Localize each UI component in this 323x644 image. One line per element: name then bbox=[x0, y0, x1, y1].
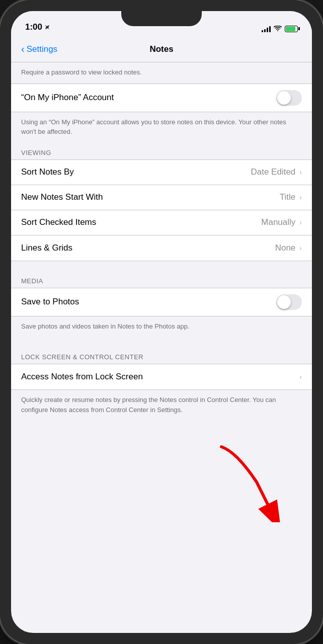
new-notes-start-with-value: Title bbox=[280, 192, 296, 202]
lines-grids-chevron: › bbox=[299, 244, 302, 252]
on-my-iphone-toggle[interactable] bbox=[276, 90, 302, 106]
on-my-iphone-label: “On My iPhone” Account bbox=[21, 93, 276, 103]
lines-grids-label: Lines & Grids bbox=[21, 243, 275, 253]
access-notes-lock-screen-label: Access Notes from Lock Screen bbox=[21, 372, 299, 382]
viewing-group: Sort Notes By Date Edited › New Notes St… bbox=[11, 159, 312, 261]
new-notes-start-with-label: New Notes Start With bbox=[21, 192, 280, 202]
media-header: MEDIA bbox=[11, 271, 312, 288]
notch bbox=[121, 11, 202, 26]
battery-fill bbox=[286, 27, 295, 31]
save-to-photos-toggle-knob bbox=[277, 295, 291, 309]
sort-checked-items-label: Sort Checked Items bbox=[21, 217, 261, 227]
save-to-photos-row: Save to Photos bbox=[11, 288, 312, 316]
access-notes-lock-screen-row[interactable]: Access Notes from Lock Screen › bbox=[11, 364, 312, 389]
viewing-header: VIEWING bbox=[11, 143, 312, 159]
battery-icon bbox=[285, 26, 298, 32]
lines-grids-row[interactable]: Lines & Grids None › bbox=[11, 235, 312, 261]
toggle-knob bbox=[277, 91, 291, 105]
back-label: Settings bbox=[27, 44, 57, 54]
status-time: 1:00 bbox=[25, 22, 50, 32]
sort-notes-by-label: Sort Notes By bbox=[21, 167, 251, 177]
access-notes-lock-screen-chevron: › bbox=[299, 373, 302, 381]
on-my-iphone-group: “On My iPhone” Account bbox=[11, 84, 312, 112]
top-description: Require a password to view locked notes. bbox=[11, 62, 312, 84]
sort-checked-items-value: Manually bbox=[261, 217, 295, 227]
new-notes-start-with-row[interactable]: New Notes Start With Title › bbox=[11, 185, 312, 210]
phone-screen: 1:00 bbox=[11, 11, 312, 633]
page-title: Notes bbox=[149, 44, 173, 54]
phone-frame: 1:00 bbox=[0, 0, 323, 644]
lock-screen-header: LOCK SCREEN & CONTROL CENTER bbox=[11, 347, 312, 364]
back-chevron-icon: ‹ bbox=[21, 44, 25, 54]
wifi-icon bbox=[274, 26, 282, 32]
on-my-iphone-row: “On My iPhone” Account bbox=[11, 84, 312, 112]
signal-bars-icon bbox=[262, 25, 271, 32]
save-to-photos-label: Save to Photos bbox=[21, 297, 276, 307]
status-icons bbox=[262, 25, 298, 32]
content-area: Require a password to view locked notes.… bbox=[11, 62, 312, 633]
time-label: 1:00 bbox=[25, 22, 42, 32]
lines-grids-value: None bbox=[275, 243, 296, 253]
nav-bar: ‹ Settings Notes bbox=[11, 36, 312, 62]
back-button[interactable]: ‹ Settings bbox=[21, 44, 57, 54]
save-to-photos-group: Save to Photos bbox=[11, 288, 312, 316]
lock-screen-group: Access Notes from Lock Screen › bbox=[11, 364, 312, 390]
new-notes-start-with-chevron: › bbox=[299, 193, 302, 201]
on-my-iphone-description: Using an “On My iPhone” account allows y… bbox=[11, 112, 312, 143]
sort-checked-items-chevron: › bbox=[299, 218, 302, 226]
save-to-photos-description: Save photos and videos taken in Notes to… bbox=[11, 316, 312, 338]
sort-notes-by-row[interactable]: Sort Notes By Date Edited › bbox=[11, 160, 312, 185]
save-to-photos-toggle[interactable] bbox=[276, 294, 302, 310]
sort-notes-by-chevron: › bbox=[299, 168, 302, 176]
sort-checked-items-row[interactable]: Sort Checked Items Manually › bbox=[11, 210, 312, 235]
lock-screen-description: Quickly create or resume notes by pressi… bbox=[11, 390, 312, 421]
location-icon bbox=[44, 24, 50, 30]
sort-notes-by-value: Date Edited bbox=[251, 167, 295, 177]
